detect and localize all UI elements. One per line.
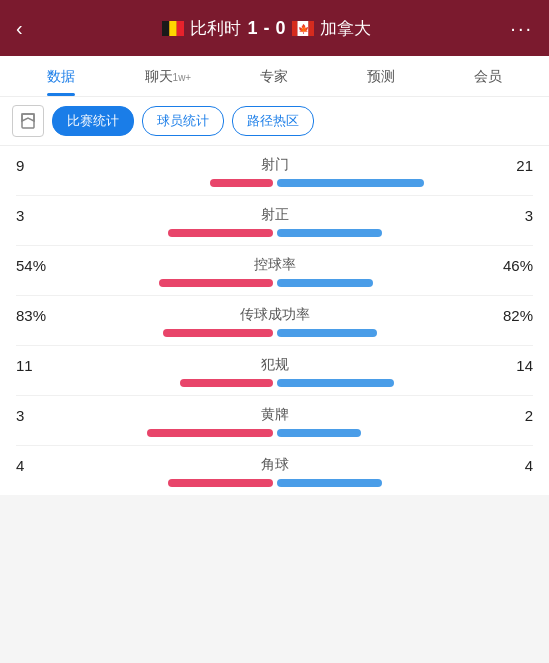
sub-tab-path[interactable]: 路径热区 bbox=[232, 106, 314, 136]
stat-left-val: 54% bbox=[16, 257, 52, 274]
stat-row: 9 射门 21 bbox=[16, 146, 533, 196]
bar-left-wrap bbox=[16, 479, 273, 487]
score-sep: - bbox=[264, 18, 270, 39]
stat-label-row: 4 角球 4 bbox=[16, 456, 533, 474]
bar-right-wrap bbox=[277, 479, 534, 487]
stat-label-row: 3 黄牌 2 bbox=[16, 406, 533, 424]
bar-right-wrap bbox=[277, 229, 534, 237]
stat-bars bbox=[16, 179, 533, 187]
bar-right-wrap bbox=[277, 429, 534, 437]
stat-label: 犯规 bbox=[52, 356, 497, 374]
bar-left bbox=[168, 479, 273, 487]
tab-member[interactable]: 会员 bbox=[434, 56, 541, 96]
bar-right bbox=[277, 279, 374, 287]
stat-row: 83% 传球成功率 82% bbox=[16, 296, 533, 346]
stat-label: 射正 bbox=[52, 206, 497, 224]
sub-tab-player[interactable]: 球员统计 bbox=[142, 106, 224, 136]
bar-left-wrap bbox=[16, 229, 273, 237]
stat-label-row: 54% 控球率 46% bbox=[16, 256, 533, 274]
svg-rect-5 bbox=[308, 21, 314, 36]
tab-chat[interactable]: 聊天1w+ bbox=[115, 56, 222, 96]
score-right: 0 bbox=[276, 18, 286, 39]
stat-row: 3 黄牌 2 bbox=[16, 396, 533, 446]
stat-right-val: 3 bbox=[497, 207, 533, 224]
bar-left bbox=[210, 179, 273, 187]
tab-data[interactable]: 数据 bbox=[8, 56, 115, 96]
bar-left bbox=[159, 279, 272, 287]
bar-left bbox=[180, 379, 272, 387]
svg-rect-0 bbox=[162, 21, 169, 36]
stat-right-val: 82% bbox=[497, 307, 533, 324]
stat-bars bbox=[16, 329, 533, 337]
bar-right bbox=[277, 329, 378, 337]
team-left: 比利时 bbox=[190, 17, 241, 40]
belgium-flag bbox=[162, 21, 184, 36]
bar-left bbox=[147, 429, 273, 437]
bar-left-wrap bbox=[16, 179, 273, 187]
stat-label-row: 3 射正 3 bbox=[16, 206, 533, 224]
team-right: 加拿大 bbox=[320, 17, 371, 40]
bar-left-wrap bbox=[16, 329, 273, 337]
score-left: 1 bbox=[247, 18, 257, 39]
canada-flag: 🍁 bbox=[292, 21, 314, 36]
tab-predict[interactable]: 预测 bbox=[328, 56, 435, 96]
stat-right-val: 46% bbox=[497, 257, 533, 274]
stat-bars bbox=[16, 429, 533, 437]
svg-text:🍁: 🍁 bbox=[297, 23, 309, 35]
back-button[interactable]: ‹ bbox=[16, 17, 23, 40]
stat-label: 射门 bbox=[52, 156, 497, 174]
more-button[interactable]: ··· bbox=[510, 17, 533, 40]
stat-left-val: 9 bbox=[16, 157, 52, 174]
bar-right bbox=[277, 379, 395, 387]
svg-rect-2 bbox=[177, 21, 184, 36]
bar-left-wrap bbox=[16, 429, 273, 437]
stat-label-row: 11 犯规 14 bbox=[16, 356, 533, 374]
bar-right bbox=[277, 479, 382, 487]
match-title: 比利时 1 - 0 🍁 加拿大 bbox=[162, 17, 370, 40]
stat-left-val: 11 bbox=[16, 357, 52, 374]
stat-right-val: 21 bbox=[497, 157, 533, 174]
bar-left bbox=[163, 329, 272, 337]
stat-left-val: 3 bbox=[16, 407, 52, 424]
stat-right-val: 14 bbox=[497, 357, 533, 374]
bar-left-wrap bbox=[16, 379, 273, 387]
stat-left-val: 4 bbox=[16, 457, 52, 474]
stat-row: 4 角球 4 bbox=[16, 446, 533, 495]
stat-bars bbox=[16, 479, 533, 487]
bar-left-wrap bbox=[16, 279, 273, 287]
stat-bars bbox=[16, 279, 533, 287]
bar-left bbox=[168, 229, 273, 237]
save-icon[interactable] bbox=[12, 105, 44, 137]
bookmark-icon bbox=[19, 112, 37, 130]
bar-right-wrap bbox=[277, 329, 534, 337]
header: ‹ 比利时 1 - 0 🍁 加拿大 ··· bbox=[0, 0, 549, 56]
svg-rect-7 bbox=[22, 114, 34, 128]
stat-left-val: 83% bbox=[16, 307, 52, 324]
sub-tab-match[interactable]: 比赛统计 bbox=[52, 106, 134, 136]
bar-right bbox=[277, 179, 424, 187]
bar-right bbox=[277, 229, 382, 237]
stat-label-row: 9 射门 21 bbox=[16, 156, 533, 174]
stat-bars bbox=[16, 379, 533, 387]
stat-label: 角球 bbox=[52, 456, 497, 474]
bar-right bbox=[277, 429, 361, 437]
stat-row: 11 犯规 14 bbox=[16, 346, 533, 396]
bar-right-wrap bbox=[277, 179, 534, 187]
stat-row: 3 射正 3 bbox=[16, 196, 533, 246]
stat-right-val: 4 bbox=[497, 457, 533, 474]
bar-right-wrap bbox=[277, 379, 534, 387]
tab-expert[interactable]: 专家 bbox=[221, 56, 328, 96]
stat-label: 控球率 bbox=[52, 256, 497, 274]
stat-right-val: 2 bbox=[497, 407, 533, 424]
stat-left-val: 3 bbox=[16, 207, 52, 224]
stat-row: 54% 控球率 46% bbox=[16, 246, 533, 296]
stat-bars bbox=[16, 229, 533, 237]
bar-right-wrap bbox=[277, 279, 534, 287]
svg-rect-1 bbox=[170, 21, 177, 36]
sub-tabs: 比赛统计 球员统计 路径热区 bbox=[0, 97, 549, 146]
stat-label-row: 83% 传球成功率 82% bbox=[16, 306, 533, 324]
stat-label: 传球成功率 bbox=[52, 306, 497, 324]
stats-content: 9 射门 21 3 射正 3 54% 控 bbox=[0, 146, 549, 495]
tabs-nav: 数据 聊天1w+ 专家 预测 会员 bbox=[0, 56, 549, 97]
stat-label: 黄牌 bbox=[52, 406, 497, 424]
